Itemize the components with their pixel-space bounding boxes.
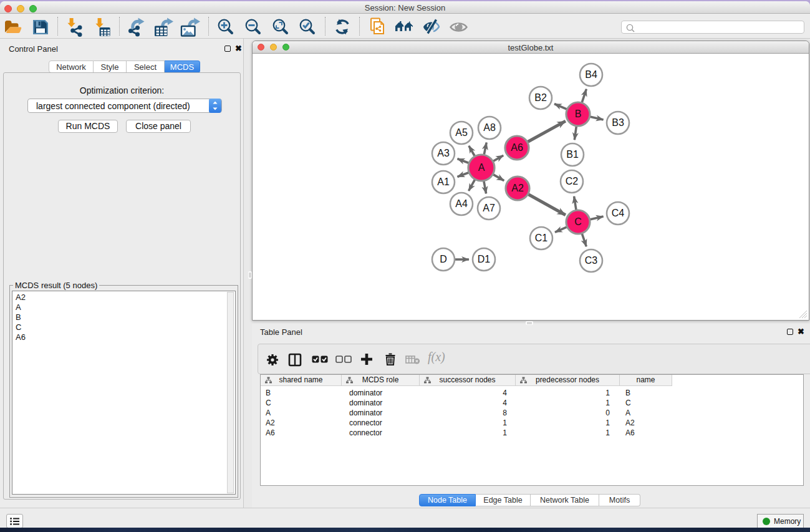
- svg-text:A8: A8: [483, 122, 496, 133]
- svg-text:B: B: [575, 109, 582, 119]
- svg-text:D: D: [440, 254, 447, 264]
- svg-text:A2: A2: [511, 183, 524, 193]
- svg-text:B3: B3: [612, 117, 624, 128]
- svg-text:B2: B2: [534, 92, 547, 103]
- svg-text:A1: A1: [437, 177, 450, 187]
- svg-text:A5: A5: [455, 127, 468, 138]
- svg-text:D1: D1: [478, 254, 491, 264]
- svg-text:A3: A3: [437, 148, 450, 158]
- svg-text:C3: C3: [585, 255, 598, 266]
- svg-text:B1: B1: [566, 149, 579, 160]
- svg-text:A4: A4: [455, 198, 468, 209]
- svg-text:C4: C4: [612, 208, 625, 218]
- svg-text:A: A: [478, 162, 485, 173]
- svg-text:A6: A6: [511, 142, 523, 153]
- svg-text:B4: B4: [585, 69, 597, 80]
- svg-text:C: C: [574, 216, 582, 227]
- svg-text:C2: C2: [566, 176, 579, 186]
- svg-text:C1: C1: [535, 233, 548, 243]
- svg-text:A7: A7: [483, 203, 495, 213]
